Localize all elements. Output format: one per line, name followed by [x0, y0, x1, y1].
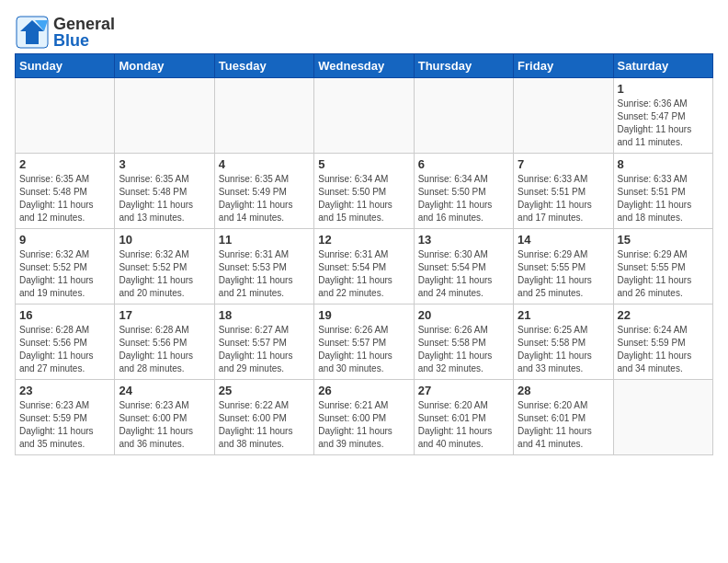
- week-row-2: 2Sunrise: 6:35 AM Sunset: 5:48 PM Daylig…: [16, 154, 713, 229]
- day-number: 11: [219, 233, 310, 247]
- day-info: Sunrise: 6:24 AM Sunset: 5:59 PM Dayligh…: [618, 324, 709, 375]
- day-number: 13: [418, 233, 509, 247]
- week-row-5: 23Sunrise: 6:23 AM Sunset: 5:59 PM Dayli…: [16, 380, 713, 455]
- day-number: 3: [119, 157, 210, 171]
- logo-general-text: General: [53, 16, 115, 32]
- day-info: Sunrise: 6:31 AM Sunset: 5:53 PM Dayligh…: [219, 248, 310, 300]
- weekday-header-tuesday: Tuesday: [214, 54, 313, 78]
- day-info: Sunrise: 6:34 AM Sunset: 5:50 PM Dayligh…: [418, 173, 509, 224]
- calendar-cell: 7Sunrise: 6:33 AM Sunset: 5:51 PM Daylig…: [514, 154, 613, 229]
- weekday-header-saturday: Saturday: [613, 54, 712, 78]
- calendar-cell: 8Sunrise: 6:33 AM Sunset: 5:51 PM Daylig…: [613, 154, 712, 229]
- day-info: Sunrise: 6:35 AM Sunset: 5:48 PM Dayligh…: [119, 173, 210, 224]
- day-number: 21: [518, 308, 609, 322]
- weekday-header-wednesday: Wednesday: [314, 54, 414, 78]
- calendar-cell: 24Sunrise: 6:23 AM Sunset: 6:00 PM Dayli…: [115, 380, 214, 455]
- day-info: Sunrise: 6:30 AM Sunset: 5:54 PM Dayligh…: [418, 248, 509, 300]
- day-info: Sunrise: 6:31 AM Sunset: 5:54 PM Dayligh…: [318, 248, 409, 300]
- day-info: Sunrise: 6:34 AM Sunset: 5:50 PM Dayligh…: [318, 173, 409, 224]
- calendar-cell: 17Sunrise: 6:28 AM Sunset: 5:56 PM Dayli…: [115, 304, 214, 380]
- day-number: 14: [518, 233, 609, 247]
- calendar-cell: 1Sunrise: 6:36 AM Sunset: 5:47 PM Daylig…: [613, 78, 712, 154]
- calendar-cell: 25Sunrise: 6:22 AM Sunset: 6:00 PM Dayli…: [214, 380, 313, 455]
- weekday-header-thursday: Thursday: [414, 54, 513, 78]
- calendar-cell: 16Sunrise: 6:28 AM Sunset: 5:56 PM Dayli…: [16, 304, 115, 380]
- day-info: Sunrise: 6:28 AM Sunset: 5:56 PM Dayligh…: [119, 324, 210, 375]
- calendar-cell: [16, 78, 115, 154]
- day-info: Sunrise: 6:22 AM Sunset: 6:00 PM Dayligh…: [219, 399, 310, 451]
- day-number: 22: [618, 308, 709, 322]
- calendar-cell: 6Sunrise: 6:34 AM Sunset: 5:50 PM Daylig…: [414, 154, 513, 229]
- day-number: 18: [219, 308, 310, 322]
- day-number: 8: [618, 157, 709, 171]
- calendar-cell: 5Sunrise: 6:34 AM Sunset: 5:50 PM Daylig…: [314, 154, 414, 229]
- calendar-cell: 14Sunrise: 6:29 AM Sunset: 5:55 PM Dayli…: [514, 229, 613, 304]
- calendar-cell: 22Sunrise: 6:24 AM Sunset: 5:59 PM Dayli…: [613, 304, 712, 380]
- day-info: Sunrise: 6:29 AM Sunset: 5:55 PM Dayligh…: [618, 248, 709, 300]
- day-number: 27: [418, 384, 509, 397]
- day-info: Sunrise: 6:26 AM Sunset: 5:58 PM Dayligh…: [418, 324, 509, 375]
- logo-icon: [15, 15, 50, 50]
- calendar-cell: 12Sunrise: 6:31 AM Sunset: 5:54 PM Dayli…: [314, 229, 414, 304]
- weekday-header-sunday: Sunday: [16, 54, 115, 78]
- day-number: 19: [318, 308, 409, 322]
- week-row-3: 9Sunrise: 6:32 AM Sunset: 5:52 PM Daylig…: [16, 229, 713, 304]
- calendar-cell: 28Sunrise: 6:20 AM Sunset: 6:01 PM Dayli…: [514, 380, 613, 455]
- week-row-1: 1Sunrise: 6:36 AM Sunset: 5:47 PM Daylig…: [16, 78, 713, 154]
- calendar-cell: 4Sunrise: 6:35 AM Sunset: 5:49 PM Daylig…: [214, 154, 313, 229]
- day-info: Sunrise: 6:32 AM Sunset: 5:52 PM Dayligh…: [19, 248, 110, 300]
- day-info: Sunrise: 6:35 AM Sunset: 5:48 PM Dayligh…: [19, 173, 110, 224]
- calendar-cell: 23Sunrise: 6:23 AM Sunset: 5:59 PM Dayli…: [16, 380, 115, 455]
- day-info: Sunrise: 6:26 AM Sunset: 5:57 PM Dayligh…: [318, 324, 409, 375]
- day-number: 5: [318, 157, 409, 171]
- day-info: Sunrise: 6:33 AM Sunset: 5:51 PM Dayligh…: [518, 173, 609, 224]
- calendar-cell: 26Sunrise: 6:21 AM Sunset: 6:00 PM Dayli…: [314, 380, 414, 455]
- day-info: Sunrise: 6:23 AM Sunset: 5:59 PM Dayligh…: [19, 399, 110, 451]
- calendar-table: SundayMondayTuesdayWednesdayThursdayFrid…: [15, 53, 713, 455]
- weekday-header-friday: Friday: [514, 54, 613, 78]
- calendar-cell: 20Sunrise: 6:26 AM Sunset: 5:58 PM Dayli…: [414, 304, 513, 380]
- day-number: 17: [119, 308, 210, 322]
- calendar-cell: [613, 380, 712, 455]
- day-number: 4: [219, 157, 310, 171]
- day-number: 6: [418, 157, 509, 171]
- calendar-cell: 15Sunrise: 6:29 AM Sunset: 5:55 PM Dayli…: [613, 229, 712, 304]
- calendar-cell: [214, 78, 313, 154]
- logo: General Blue: [15, 15, 115, 50]
- day-number: 24: [119, 384, 210, 397]
- day-number: 2: [19, 157, 110, 171]
- day-number: 9: [19, 233, 110, 247]
- day-number: 16: [19, 308, 110, 322]
- weekday-header-row: SundayMondayTuesdayWednesdayThursdayFrid…: [16, 54, 713, 78]
- day-number: 28: [518, 384, 609, 397]
- day-number: 15: [618, 233, 709, 247]
- day-number: 12: [318, 233, 409, 247]
- day-number: 26: [318, 384, 409, 397]
- day-info: Sunrise: 6:28 AM Sunset: 5:56 PM Dayligh…: [19, 324, 110, 375]
- calendar-cell: [514, 78, 613, 154]
- day-number: 7: [518, 157, 609, 171]
- calendar-cell: 3Sunrise: 6:35 AM Sunset: 5:48 PM Daylig…: [115, 154, 214, 229]
- day-info: Sunrise: 6:32 AM Sunset: 5:52 PM Dayligh…: [119, 248, 210, 300]
- calendar-cell: 2Sunrise: 6:35 AM Sunset: 5:48 PM Daylig…: [16, 154, 115, 229]
- day-info: Sunrise: 6:21 AM Sunset: 6:00 PM Dayligh…: [318, 399, 409, 451]
- day-info: Sunrise: 6:33 AM Sunset: 5:51 PM Dayligh…: [618, 173, 709, 224]
- day-info: Sunrise: 6:20 AM Sunset: 6:01 PM Dayligh…: [518, 399, 609, 451]
- day-number: 10: [119, 233, 210, 247]
- page-header: General Blue: [15, 15, 713, 50]
- day-info: Sunrise: 6:27 AM Sunset: 5:57 PM Dayligh…: [219, 324, 310, 375]
- calendar-cell: 21Sunrise: 6:25 AM Sunset: 5:58 PM Dayli…: [514, 304, 613, 380]
- day-number: 23: [19, 384, 110, 397]
- day-number: 1: [618, 82, 709, 96]
- logo-blue-text: Blue: [53, 32, 115, 49]
- weekday-header-monday: Monday: [115, 54, 214, 78]
- day-info: Sunrise: 6:25 AM Sunset: 5:58 PM Dayligh…: [518, 324, 609, 375]
- calendar-cell: 9Sunrise: 6:32 AM Sunset: 5:52 PM Daylig…: [16, 229, 115, 304]
- calendar-cell: [414, 78, 513, 154]
- day-info: Sunrise: 6:29 AM Sunset: 5:55 PM Dayligh…: [518, 248, 609, 300]
- day-info: Sunrise: 6:20 AM Sunset: 6:01 PM Dayligh…: [418, 399, 509, 451]
- calendar-cell: 13Sunrise: 6:30 AM Sunset: 5:54 PM Dayli…: [414, 229, 513, 304]
- day-number: 25: [219, 384, 310, 397]
- day-info: Sunrise: 6:23 AM Sunset: 6:00 PM Dayligh…: [119, 399, 210, 451]
- calendar-cell: 10Sunrise: 6:32 AM Sunset: 5:52 PM Dayli…: [115, 229, 214, 304]
